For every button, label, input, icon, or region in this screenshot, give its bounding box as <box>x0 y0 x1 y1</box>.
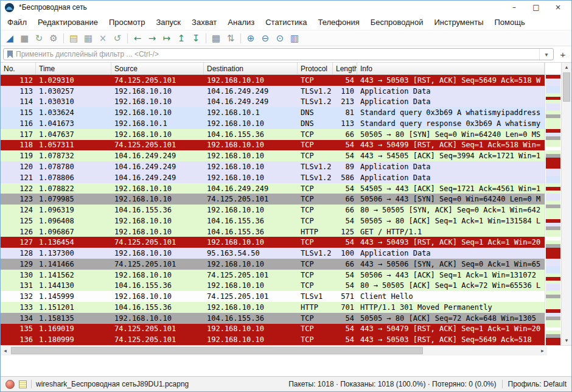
packet-row[interactable]: 1171.047637192.168.10.10104.16.155.36TCP… <box>1 129 545 140</box>
packet-row[interactable]: 1161.041673192.168.10.1192.168.10.10DNS1… <box>1 118 545 129</box>
menu-item[interactable]: Захват <box>186 18 222 27</box>
scroll-left-arrow[interactable]: ◂ <box>1 348 10 354</box>
filter-add-button[interactable]: + <box>557 49 569 60</box>
minimize-button[interactable]: – <box>503 1 525 14</box>
packet-row[interactable]: 1351.16901974.125.205.101192.168.10.10TC… <box>1 324 545 335</box>
restart-capture-icon[interactable]: ↻ <box>32 32 46 44</box>
packet-row[interactable]: 1181.05731174.125.205.101192.168.10.10TC… <box>1 140 545 151</box>
packet-cell-info: 443 → 50503 [RST, ACK] Seq=5649 Ack=518 <box>357 334 545 345</box>
packet-cell-destination: 104.16.249.249 <box>204 97 298 108</box>
column-header[interactable]: Info <box>357 63 545 74</box>
reload-icon[interactable]: ↺ <box>110 32 125 44</box>
packet-row[interactable]: 1271.13645474.125.205.101192.168.10.10TC… <box>1 237 545 248</box>
packet-row[interactable]: 1231.079985192.168.10.1074.125.205.101TC… <box>1 194 545 205</box>
menu-item[interactable]: Инструменты <box>428 18 489 27</box>
packet-cell-time: 1.096408 <box>36 215 111 226</box>
column-header[interactable]: Length <box>333 63 357 74</box>
packet-minimap[interactable] <box>545 63 561 345</box>
menu-item[interactable]: Анализ <box>222 18 260 27</box>
menu-item[interactable]: Телефония <box>312 18 364 27</box>
packet-row[interactable]: 1281.137300192.168.10.1095.163.54.50TLSv… <box>1 248 545 259</box>
resize-columns-icon[interactable]: ▥ <box>287 32 302 44</box>
horizontal-scroll-thumb[interactable] <box>11 347 423 354</box>
packet-row[interactable]: 1201.078780104.16.249.249192.168.10.10TL… <box>1 161 545 172</box>
stop-capture-icon[interactable]: ■ <box>17 32 32 44</box>
menu-item[interactable]: Просмотр <box>103 18 150 27</box>
menu-item[interactable]: Статистика <box>260 18 312 27</box>
vertical-scrollbar[interactable]: ▴ ▾ <box>561 63 571 345</box>
capture-options-icon[interactable]: ⚙ <box>46 32 61 44</box>
scroll-down-arrow[interactable]: ▾ <box>562 336 571 345</box>
zoom-reset-icon[interactable]: ⊙ <box>273 32 287 44</box>
packet-row[interactable]: 1151.033624192.168.10.10192.168.10.1DNS8… <box>1 107 545 118</box>
go-first-icon[interactable]: ↥ <box>174 32 189 44</box>
column-header[interactable]: Protocol <box>298 63 333 74</box>
packet-cell-time: 1.158135 <box>36 313 111 324</box>
capture-comment-icon[interactable] <box>19 380 27 388</box>
open-file-icon[interactable]: ▤ <box>66 32 81 44</box>
packet-cell-info: 80 → 50505 [SYN, ACK] Seq=0 Ack=1 Win=64… <box>357 205 545 215</box>
maximize-button[interactable]: □ <box>525 1 547 14</box>
packet-row[interactable]: 1321.145999192.168.10.1074.125.205.101TL… <box>1 291 545 302</box>
packet-row[interactable]: 1301.141562192.168.10.1074.125.205.101TC… <box>1 270 545 281</box>
menu-item[interactable]: Беспроводной <box>365 18 429 27</box>
packet-row[interactable]: 1341.158135192.168.10.10104.16.155.36TCP… <box>1 313 545 324</box>
horizontal-scrollbar[interactable]: ◂ ▸ <box>1 345 547 355</box>
menu-item[interactable]: Запуск <box>150 18 186 27</box>
packet-cell-protocol: TCP <box>298 183 333 194</box>
go-to-packet-icon[interactable]: ↦ <box>159 32 174 44</box>
go-back-icon[interactable]: ← <box>130 32 145 44</box>
display-filter-input[interactable] <box>16 50 539 58</box>
zoom-out-icon[interactable]: ⊖ <box>258 32 273 44</box>
packet-cell-info: GET / HTTP/1.1 <box>357 226 545 237</box>
packet-row[interactable]: 1141.030310192.168.10.10104.16.249.249TL… <box>1 97 545 108</box>
packet-row[interactable]: 1251.096408192.168.10.10104.16.155.36TCP… <box>1 215 545 226</box>
go-forward-icon[interactable]: → <box>145 32 159 44</box>
packet-cell-length: 113 <box>333 118 357 129</box>
display-filter-field: ▾ <box>3 48 554 60</box>
column-header[interactable]: Time <box>36 63 111 74</box>
vertical-scroll-track[interactable] <box>562 72 571 336</box>
expert-info-icon[interactable] <box>5 380 15 389</box>
packet-row[interactable]: 1361.18099974.125.205.101192.168.10.10TC… <box>1 334 545 345</box>
column-header[interactable]: Destination <box>204 63 298 74</box>
horizontal-scroll-track[interactable] <box>10 346 538 355</box>
packet-cell-protocol: TLSv1.2 <box>298 86 333 97</box>
profile-label[interactable]: Профиль: Default <box>508 380 567 388</box>
close-button[interactable]: × <box>547 1 569 14</box>
packet-row[interactable]: 1241.096319104.16.155.36192.168.10.10TCP… <box>1 205 545 215</box>
scroll-right-arrow[interactable]: ▸ <box>538 348 547 354</box>
go-last-icon[interactable]: ↧ <box>189 32 203 44</box>
packet-row[interactable]: 1261.096867192.168.10.10104.16.155.36HTT… <box>1 226 545 237</box>
menu-item[interactable]: Помощь <box>489 18 531 27</box>
scroll-up-arrow[interactable]: ▴ <box>562 63 571 72</box>
menu-item[interactable]: Редактирование <box>32 18 103 27</box>
packet-cell-length: 110 <box>333 86 357 97</box>
start-capture-icon[interactable]: ◢ <box>2 32 17 44</box>
column-header[interactable]: No. <box>1 63 36 74</box>
autoscroll-icon[interactable]: ⇅ <box>223 32 238 44</box>
column-header[interactable]: Source <box>111 63 204 74</box>
packet-cell-info: 50505 → 80 [ACK] Seq=1 Ack=1 Win=131584 … <box>357 215 545 226</box>
colorize-icon[interactable]: ▩ <box>209 32 223 44</box>
close-file-icon[interactable]: × <box>96 32 110 44</box>
menu-item[interactable]: Файл <box>2 18 32 27</box>
packet-cell-time: 1.144130 <box>36 281 111 292</box>
packet-cell-source: 104.16.249.249 <box>111 150 204 161</box>
packet-row[interactable]: 1291.14146674.125.205.101192.168.10.10TC… <box>1 259 545 270</box>
packet-cell-no: 128 <box>1 248 36 259</box>
filter-bookmark-icon[interactable] <box>7 51 13 58</box>
packet-row[interactable]: 1331.151201104.16.155.36192.168.10.10HTT… <box>1 302 545 313</box>
packet-row[interactable]: 1121.02931074.125.205.101192.168.10.10TC… <box>1 75 545 86</box>
packet-row[interactable]: 1311.144130104.16.155.36192.168.10.10TCP… <box>1 281 545 292</box>
minimap-strip[interactable] <box>545 75 561 345</box>
vertical-scroll-thumb[interactable] <box>563 72 570 102</box>
packet-row[interactable]: 1211.078806104.16.249.249192.168.10.10TL… <box>1 172 545 183</box>
packet-row[interactable]: 1131.030257192.168.10.10104.16.249.249TL… <box>1 86 545 97</box>
save-file-icon[interactable]: ▦ <box>81 32 96 44</box>
packet-row[interactable]: 1191.078732104.16.249.249192.168.10.10TC… <box>1 150 545 161</box>
packet-row[interactable]: 1221.078822192.168.10.10104.16.249.249TC… <box>1 183 545 194</box>
zoom-in-icon[interactable]: ⊕ <box>243 32 258 44</box>
status-bar: wireshark_Беспроводная сетьJ89DU1.pcapng… <box>1 376 571 391</box>
filter-dropdown-icon[interactable]: ▾ <box>539 49 553 60</box>
